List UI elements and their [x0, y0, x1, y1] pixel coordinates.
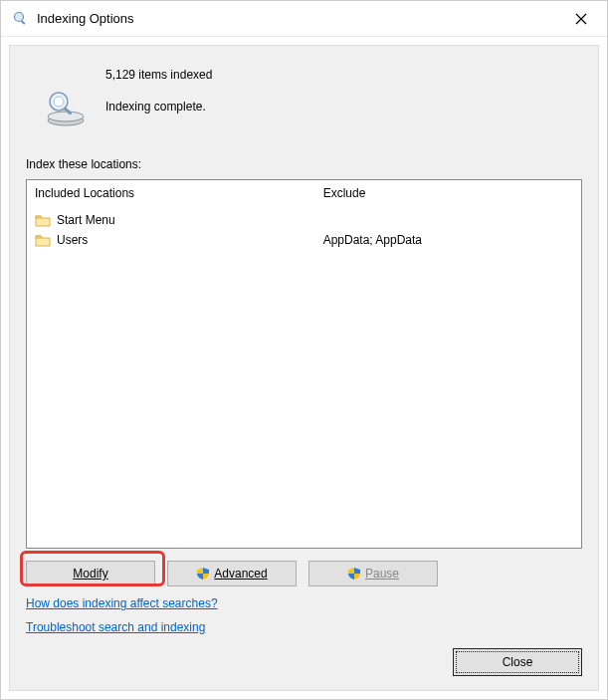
status-area: 5,129 items indexed Indexing complete. [26, 64, 582, 127]
close-button[interactable]: Close [453, 648, 582, 676]
modify-button[interactable]: Modify [26, 561, 155, 586]
shield-icon [196, 567, 210, 581]
items-indexed-count: 5,129 items indexed [105, 68, 212, 82]
exclude-cell: AppData; AppData [323, 230, 573, 250]
close-icon[interactable] [561, 1, 601, 37]
shield-icon [347, 567, 361, 581]
pause-button: Pause [308, 561, 438, 586]
indexing-status: Indexing complete. [105, 100, 212, 114]
column-header-exclude: Exclude [323, 186, 573, 200]
window-title: Indexing Options [37, 11, 134, 26]
drive-search-icon [26, 64, 105, 127]
exclude-cell [323, 210, 573, 230]
list-item-label: Start Menu [57, 213, 115, 227]
titlebar: Indexing Options [1, 1, 607, 37]
help-link-troubleshoot[interactable]: Troubleshoot search and indexing [26, 620, 205, 634]
list-item-label: Users [57, 233, 88, 247]
column-header-included: Included Locations [35, 186, 307, 200]
svg-point-7 [54, 97, 64, 107]
help-link-how[interactable]: How does indexing affect searches? [26, 596, 218, 610]
indexing-options-window: Indexing Options [0, 0, 608, 700]
list-item[interactable]: Start Menu [35, 210, 307, 230]
list-item[interactable]: Users [35, 230, 307, 250]
folder-icon [35, 213, 51, 227]
locations-label: Index these locations: [26, 157, 582, 171]
indexing-icon [11, 10, 29, 28]
folder-icon [35, 233, 51, 247]
dialog-panel: 5,129 items indexed Indexing complete. I… [9, 45, 599, 691]
svg-rect-1 [21, 20, 26, 25]
advanced-button[interactable]: Advanced [167, 561, 297, 586]
svg-point-0 [15, 12, 24, 21]
locations-list[interactable]: Included Locations Start Menu Users [26, 179, 582, 549]
svg-point-5 [48, 112, 84, 121]
